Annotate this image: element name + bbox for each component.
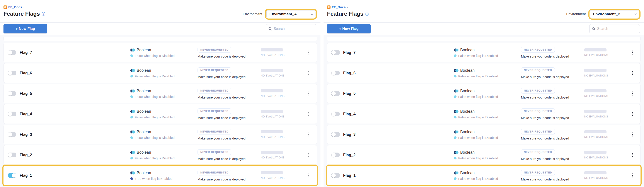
- environment-control: Environment Environment_B: [566, 9, 640, 20]
- status-note: Make sure your code is deployed: [198, 75, 246, 79]
- flag-name[interactable]: Flag_3: [343, 132, 356, 137]
- breadcrumb-chevron-icon: ›: [347, 6, 348, 9]
- flag-name[interactable]: Flag_4: [343, 112, 356, 116]
- flag-type-column: Boolean True when flag is Enabled: [130, 171, 172, 180]
- flag-toggle[interactable]: [331, 132, 340, 137]
- search-input[interactable]: [274, 27, 314, 31]
- flag-name[interactable]: Flag_7: [20, 50, 32, 55]
- flag-row: Flag_5 Boolean False when flag is Disabl…: [4, 84, 317, 103]
- kebab-menu-button[interactable]: [630, 172, 635, 179]
- flag-evaluations-column: NO EVALUATIONS: [584, 69, 606, 77]
- flag-type-column: Boolean False when flag is Disabled: [454, 171, 498, 180]
- toggle-knob: [8, 112, 12, 116]
- flag-name[interactable]: Flag_3: [20, 132, 32, 137]
- flag-toggle[interactable]: [8, 91, 16, 96]
- title-row: Feature Flags i: [4, 10, 45, 17]
- pane-header: FF_Docs › Feature Flags i Environment En…: [0, 0, 320, 23]
- kebab-menu-button[interactable]: [306, 110, 312, 118]
- flag-row: Flag_3 Boolean False when flag is Disabl…: [4, 125, 317, 144]
- kebab-menu-button[interactable]: [306, 69, 312, 77]
- flag-name[interactable]: Flag_5: [20, 91, 32, 96]
- kebab-menu-button[interactable]: [630, 131, 635, 138]
- flag-variation-label: True when flag is Enabled: [135, 177, 172, 180]
- flag-row: Flag_7 Boolean False when flag is Disabl…: [4, 43, 317, 62]
- new-flag-button[interactable]: + New Flag: [4, 24, 47, 33]
- page-title: Feature Flags: [327, 10, 363, 17]
- evaluations-placeholder-bar: [584, 48, 606, 52]
- flag-type-column: Boolean False when flag is Disabled: [454, 150, 498, 160]
- kebab-menu-button[interactable]: [306, 151, 312, 159]
- flag-type-label: Boolean: [460, 48, 474, 52]
- flag-name[interactable]: Flag_2: [343, 153, 356, 157]
- breadcrumb-project-link[interactable]: FF_Docs: [8, 5, 22, 9]
- flag-evaluations-column: NO EVALUATIONS: [584, 171, 606, 180]
- flag-variation-label: False when flag is Disabled: [458, 95, 498, 98]
- flag-name[interactable]: Flag_2: [20, 153, 32, 157]
- flag-toggle[interactable]: [8, 112, 16, 116]
- flag-name[interactable]: Flag_7: [343, 50, 356, 55]
- environment-highlight-ring: Environment_B: [588, 9, 640, 20]
- search-box[interactable]: [589, 24, 640, 33]
- kebab-menu-button[interactable]: [630, 49, 635, 56]
- kebab-menu-button[interactable]: [630, 110, 635, 118]
- flag-type-label: Boolean: [460, 130, 474, 134]
- flag-toggle[interactable]: [331, 173, 340, 178]
- evaluations-label: NO EVALUATIONS: [261, 94, 283, 98]
- title-row: Feature Flags i: [327, 10, 369, 17]
- flag-name[interactable]: Flag_4: [20, 112, 32, 116]
- new-flag-button[interactable]: + New Flag: [327, 24, 370, 33]
- flag-type-label: Boolean: [460, 89, 474, 93]
- boolean-type-icon: [454, 48, 458, 52]
- flag-toggle[interactable]: [331, 152, 340, 157]
- info-icon[interactable]: i: [365, 12, 369, 16]
- flag-toggle[interactable]: [331, 112, 340, 116]
- breadcrumb-project-link[interactable]: FF_Docs: [332, 5, 346, 9]
- toggle-knob: [331, 112, 336, 116]
- flag-type-label: Boolean: [137, 171, 151, 175]
- flag-name[interactable]: Flag_6: [343, 71, 356, 76]
- flag-toggle[interactable]: [8, 132, 16, 137]
- flag-name[interactable]: Flag_1: [20, 173, 32, 178]
- boolean-type-icon: [454, 130, 458, 134]
- project-avatar-icon: [327, 6, 330, 9]
- environment-select[interactable]: Environment_B: [590, 10, 639, 18]
- flag-variation-label: False when flag is Disabled: [458, 54, 498, 58]
- flag-name[interactable]: Flag_1: [343, 173, 356, 178]
- environment-select[interactable]: Environment_A: [266, 10, 316, 18]
- search-icon: [268, 27, 272, 30]
- kebab-menu-button[interactable]: [306, 90, 312, 97]
- flag-toggle[interactable]: [8, 152, 16, 157]
- flag-toggle[interactable]: [8, 50, 16, 55]
- kebab-menu-button[interactable]: [306, 131, 312, 138]
- flag-status-column: NEVER-REQUESTED Make sure your code is d…: [198, 108, 246, 120]
- flag-toggle[interactable]: [8, 173, 16, 178]
- flag-name[interactable]: Flag_5: [343, 91, 356, 96]
- evaluations-placeholder-bar: [584, 89, 606, 92]
- evaluations-label: NO EVALUATIONS: [261, 74, 283, 77]
- kebab-menu-button[interactable]: [630, 90, 635, 97]
- flag-name[interactable]: Flag_6: [20, 71, 32, 76]
- search-box[interactable]: [266, 24, 316, 33]
- flag-evaluations-column: NO EVALUATIONS: [261, 151, 283, 159]
- kebab-menu-button[interactable]: [306, 49, 312, 56]
- kebab-menu-button[interactable]: [630, 151, 635, 159]
- status-note: Make sure your code is deployed: [198, 116, 246, 120]
- status-note: Make sure your code is deployed: [521, 157, 569, 161]
- kebab-menu-button[interactable]: [306, 172, 312, 179]
- flag-toggle[interactable]: [8, 70, 16, 76]
- search-input[interactable]: [597, 27, 637, 31]
- flag-status-column: NEVER-REQUESTED Make sure your code is d…: [521, 88, 569, 99]
- flag-toggle[interactable]: [331, 50, 340, 55]
- flag-toggle[interactable]: [331, 91, 340, 96]
- flag-type-label: Boolean: [137, 89, 151, 93]
- flag-list: Flag_7 Boolean False when flag is Disabl…: [0, 35, 320, 187]
- info-icon[interactable]: i: [42, 12, 45, 16]
- kebab-menu-button[interactable]: [630, 69, 635, 77]
- status-badge: NEVER-REQUESTED: [198, 170, 231, 176]
- status-badge: NEVER-REQUESTED: [198, 88, 231, 94]
- evaluations-label: NO EVALUATIONS: [584, 94, 606, 98]
- flag-toggle[interactable]: [331, 70, 340, 76]
- project-avatar-icon: [4, 6, 7, 9]
- flag-type-column: Boolean False when flag is Disabled: [130, 68, 175, 78]
- toggle-knob: [8, 71, 12, 75]
